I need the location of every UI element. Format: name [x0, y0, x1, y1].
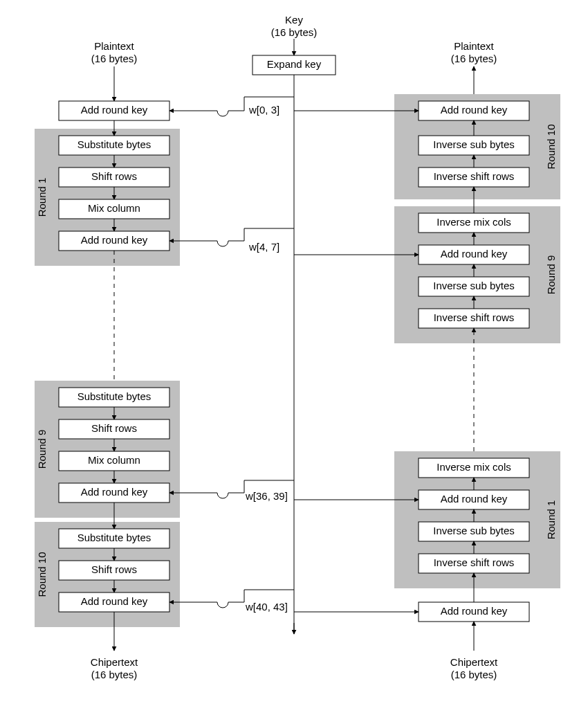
- right-plaintext-title: Plaintext: [454, 40, 494, 52]
- svg-text:Inverse shift rows: Inverse shift rows: [434, 556, 515, 568]
- svg-text:Add round key: Add round key: [81, 234, 148, 246]
- svg-text:Substitute bytes: Substitute bytes: [77, 138, 151, 150]
- left-round1-label: Round 1: [36, 178, 48, 217]
- w0-label: w[0, 3]: [248, 104, 279, 116]
- left-round10-label: Round 10: [36, 552, 48, 597]
- svg-text:Substitute bytes: Substitute bytes: [77, 390, 151, 402]
- svg-text:Add round key: Add round key: [441, 493, 508, 505]
- svg-text:Add round key: Add round key: [441, 605, 508, 617]
- left-ciphertext-subtitle: (16 bytes): [91, 669, 138, 680]
- aes-diagram: Key (16 bytes) Expand key Plaintext (16 …: [0, 0, 588, 706]
- left-initial-add-label: Add round key: [81, 104, 148, 116]
- svg-text:Add round key: Add round key: [81, 486, 148, 498]
- left-round9-label: Round 9: [36, 430, 48, 469]
- svg-text:Inverse sub bytes: Inverse sub bytes: [433, 525, 515, 536]
- svg-text:Inverse shift rows: Inverse shift rows: [434, 170, 515, 182]
- right-plaintext-subtitle: (16 bytes): [451, 53, 497, 64]
- svg-text:Inverse sub bytes: Inverse sub bytes: [433, 280, 515, 291]
- svg-text:Add round key: Add round key: [81, 595, 148, 607]
- svg-text:Shift rows: Shift rows: [91, 422, 137, 434]
- key-subtitle: (16 bytes): [271, 26, 318, 38]
- svg-text:Inverse mix cols: Inverse mix cols: [437, 461, 511, 473]
- svg-text:Inverse mix cols: Inverse mix cols: [437, 216, 511, 228]
- left-plaintext-subtitle: (16 bytes): [91, 53, 138, 64]
- right-round1-label: Round 1: [545, 500, 557, 540]
- w3-label: w[40, 43]: [245, 601, 288, 613]
- left-plaintext-title: Plaintext: [94, 40, 134, 52]
- svg-text:Shift rows: Shift rows: [91, 563, 137, 575]
- expand-key-label: Expand key: [267, 58, 322, 70]
- right-round10-label: Round 10: [545, 124, 557, 169]
- svg-text:Mix column: Mix column: [88, 202, 140, 214]
- svg-text:Mix column: Mix column: [88, 454, 140, 466]
- left-ciphertext-title: Chipertext: [91, 656, 138, 668]
- w2-label: w[36, 39]: [245, 490, 288, 502]
- svg-text:Inverse shift rows: Inverse shift rows: [434, 311, 515, 323]
- svg-text:Add round key: Add round key: [441, 104, 508, 116]
- right-ciphertext-title: Chipertext: [450, 656, 498, 668]
- svg-text:Shift rows: Shift rows: [91, 170, 137, 182]
- svg-text:Add round key: Add round key: [441, 248, 508, 260]
- svg-text:Inverse sub bytes: Inverse sub bytes: [433, 138, 515, 150]
- right-round9-label: Round 9: [545, 255, 557, 295]
- right-ciphertext-subtitle: (16 bytes): [451, 669, 497, 680]
- w1-label: w[4, 7]: [248, 241, 279, 253]
- svg-text:Substitute bytes: Substitute bytes: [77, 532, 151, 543]
- key-title: Key: [285, 14, 303, 26]
